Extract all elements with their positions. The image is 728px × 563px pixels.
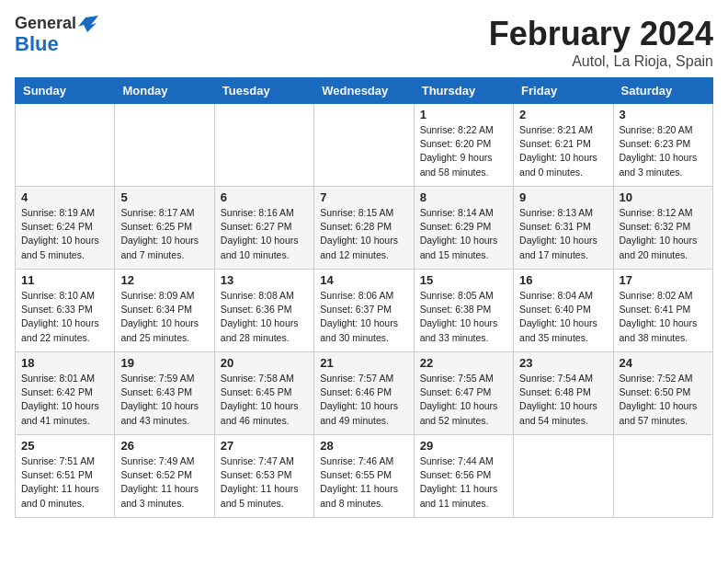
table-row: 11Sunrise: 8:10 AM Sunset: 6:33 PM Dayli… bbox=[16, 270, 115, 352]
table-row bbox=[514, 435, 613, 518]
table-row bbox=[16, 104, 115, 187]
cell-info: Sunrise: 8:22 AM Sunset: 6:20 PM Dayligh… bbox=[420, 123, 507, 179]
table-row: 21Sunrise: 7:57 AM Sunset: 6:46 PM Dayli… bbox=[314, 352, 414, 435]
cell-info: Sunrise: 8:01 AM Sunset: 6:42 PM Dayligh… bbox=[21, 372, 108, 428]
cell-info: Sunrise: 7:52 AM Sunset: 6:50 PM Dayligh… bbox=[620, 372, 707, 428]
table-row: 4Sunrise: 8:19 AM Sunset: 6:24 PM Daylig… bbox=[16, 187, 115, 270]
cell-date: 23 bbox=[519, 356, 607, 370]
cell-info: Sunrise: 8:20 AM Sunset: 6:23 PM Dayligh… bbox=[620, 123, 707, 179]
cell-info: Sunrise: 8:10 AM Sunset: 6:33 PM Dayligh… bbox=[21, 289, 108, 345]
cell-info: Sunrise: 8:06 AM Sunset: 6:37 PM Dayligh… bbox=[320, 289, 407, 345]
cell-info: Sunrise: 8:19 AM Sunset: 6:24 PM Dayligh… bbox=[21, 206, 108, 262]
table-row: 24Sunrise: 7:52 AM Sunset: 6:50 PM Dayli… bbox=[613, 352, 712, 435]
cell-info: Sunrise: 8:12 AM Sunset: 6:32 PM Dayligh… bbox=[620, 206, 707, 262]
cell-date: 2 bbox=[519, 108, 607, 121]
logo-bird-icon bbox=[78, 16, 98, 32]
table-row: 22Sunrise: 7:55 AM Sunset: 6:47 PM Dayli… bbox=[414, 352, 513, 435]
table-row: 12Sunrise: 8:09 AM Sunset: 6:34 PM Dayli… bbox=[115, 270, 214, 352]
header-saturday: Saturday bbox=[613, 78, 712, 104]
cell-info: Sunrise: 7:54 AM Sunset: 6:48 PM Dayligh… bbox=[519, 372, 607, 428]
table-row: 5Sunrise: 8:17 AM Sunset: 6:25 PM Daylig… bbox=[115, 187, 214, 270]
cell-date: 27 bbox=[221, 439, 308, 453]
table-row: 17Sunrise: 8:02 AM Sunset: 6:41 PM Dayli… bbox=[613, 270, 712, 352]
cell-date: 17 bbox=[620, 273, 707, 287]
calendar-subtitle: Autol, La Rioja, Spain bbox=[489, 53, 713, 70]
cell-date: 6 bbox=[221, 190, 308, 204]
calendar-title: February 2024 bbox=[489, 15, 713, 53]
table-row: 9Sunrise: 8:13 AM Sunset: 6:31 PM Daylig… bbox=[514, 187, 613, 270]
table-row bbox=[613, 435, 712, 518]
cell-info: Sunrise: 8:21 AM Sunset: 6:21 PM Dayligh… bbox=[519, 123, 607, 179]
header-friday: Friday bbox=[514, 78, 613, 104]
header-monday: Monday bbox=[115, 78, 214, 104]
table-row: 7Sunrise: 8:15 AM Sunset: 6:28 PM Daylig… bbox=[314, 187, 414, 270]
cell-date: 28 bbox=[320, 439, 407, 453]
cell-info: Sunrise: 8:09 AM Sunset: 6:34 PM Dayligh… bbox=[120, 289, 208, 345]
cell-date: 12 bbox=[120, 273, 208, 287]
cell-info: Sunrise: 8:05 AM Sunset: 6:38 PM Dayligh… bbox=[420, 289, 507, 345]
cell-date: 9 bbox=[519, 190, 607, 204]
title-block: February 2024 Autol, La Rioja, Spain bbox=[489, 15, 713, 70]
table-row: 1Sunrise: 8:22 AM Sunset: 6:20 PM Daylig… bbox=[414, 104, 513, 187]
cell-info: Sunrise: 8:04 AM Sunset: 6:40 PM Dayligh… bbox=[519, 289, 607, 345]
header-tuesday: Tuesday bbox=[214, 78, 313, 104]
cell-info: Sunrise: 7:58 AM Sunset: 6:45 PM Dayligh… bbox=[221, 372, 308, 428]
cell-info: Sunrise: 7:49 AM Sunset: 6:52 PM Dayligh… bbox=[120, 454, 208, 511]
calendar-header-row: Sunday Monday Tuesday Wednesday Thursday… bbox=[16, 78, 713, 104]
logo-blue-text: Blue bbox=[15, 33, 59, 55]
cell-date: 29 bbox=[420, 439, 507, 453]
table-row: 19Sunrise: 7:59 AM Sunset: 6:43 PM Dayli… bbox=[115, 352, 214, 435]
cell-info: Sunrise: 7:46 AM Sunset: 6:55 PM Dayligh… bbox=[320, 454, 407, 511]
cell-date: 3 bbox=[620, 108, 707, 121]
cell-info: Sunrise: 8:16 AM Sunset: 6:27 PM Dayligh… bbox=[221, 206, 308, 262]
table-row: 6Sunrise: 8:16 AM Sunset: 6:27 PM Daylig… bbox=[214, 187, 313, 270]
cell-date: 26 bbox=[120, 439, 208, 453]
logo: General Blue bbox=[15, 15, 98, 55]
calendar-week-row: 1Sunrise: 8:22 AM Sunset: 6:20 PM Daylig… bbox=[16, 104, 713, 187]
table-row: 23Sunrise: 7:54 AM Sunset: 6:48 PM Dayli… bbox=[514, 352, 613, 435]
cell-date: 22 bbox=[420, 356, 507, 370]
table-row: 10Sunrise: 8:12 AM Sunset: 6:32 PM Dayli… bbox=[613, 187, 712, 270]
calendar-week-row: 25Sunrise: 7:51 AM Sunset: 6:51 PM Dayli… bbox=[16, 435, 713, 518]
cell-info: Sunrise: 7:55 AM Sunset: 6:47 PM Dayligh… bbox=[420, 372, 507, 428]
cell-info: Sunrise: 8:14 AM Sunset: 6:29 PM Dayligh… bbox=[420, 206, 507, 262]
table-row: 20Sunrise: 7:58 AM Sunset: 6:45 PM Dayli… bbox=[214, 352, 313, 435]
table-row: 27Sunrise: 7:47 AM Sunset: 6:53 PM Dayli… bbox=[214, 435, 313, 518]
table-row: 18Sunrise: 8:01 AM Sunset: 6:42 PM Dayli… bbox=[16, 352, 115, 435]
logo-general-text: General bbox=[15, 15, 76, 33]
cell-date: 15 bbox=[420, 273, 507, 287]
cell-info: Sunrise: 8:15 AM Sunset: 6:28 PM Dayligh… bbox=[320, 206, 407, 262]
cell-date: 7 bbox=[320, 190, 407, 204]
table-row: 16Sunrise: 8:04 AM Sunset: 6:40 PM Dayli… bbox=[514, 270, 613, 352]
cell-date: 10 bbox=[620, 190, 707, 204]
cell-info: Sunrise: 7:47 AM Sunset: 6:53 PM Dayligh… bbox=[221, 454, 308, 511]
cell-date: 18 bbox=[21, 356, 108, 370]
table-row: 25Sunrise: 7:51 AM Sunset: 6:51 PM Dayli… bbox=[16, 435, 115, 518]
calendar-week-row: 18Sunrise: 8:01 AM Sunset: 6:42 PM Dayli… bbox=[16, 352, 713, 435]
header-thursday: Thursday bbox=[414, 78, 513, 104]
calendar-table: Sunday Monday Tuesday Wednesday Thursday… bbox=[15, 77, 713, 518]
cell-date: 1 bbox=[420, 108, 507, 121]
cell-info: Sunrise: 7:44 AM Sunset: 6:56 PM Dayligh… bbox=[420, 454, 507, 511]
cell-info: Sunrise: 8:13 AM Sunset: 6:31 PM Dayligh… bbox=[519, 206, 607, 262]
cell-date: 19 bbox=[120, 356, 208, 370]
cell-date: 20 bbox=[221, 356, 308, 370]
cell-date: 8 bbox=[420, 190, 507, 204]
page-header: General Blue February 2024 Autol, La Rio… bbox=[15, 15, 713, 70]
table-row: 26Sunrise: 7:49 AM Sunset: 6:52 PM Dayli… bbox=[115, 435, 214, 518]
svg-marker-0 bbox=[78, 16, 98, 32]
cell-date: 21 bbox=[320, 356, 407, 370]
cell-date: 4 bbox=[21, 190, 108, 204]
cell-date: 13 bbox=[221, 273, 308, 287]
cell-date: 24 bbox=[620, 356, 707, 370]
table-row: 28Sunrise: 7:46 AM Sunset: 6:55 PM Dayli… bbox=[314, 435, 414, 518]
table-row bbox=[214, 104, 313, 187]
table-row: 2Sunrise: 8:21 AM Sunset: 6:21 PM Daylig… bbox=[514, 104, 613, 187]
cell-date: 25 bbox=[21, 439, 108, 453]
calendar-week-row: 11Sunrise: 8:10 AM Sunset: 6:33 PM Dayli… bbox=[16, 270, 713, 352]
cell-info: Sunrise: 7:59 AM Sunset: 6:43 PM Dayligh… bbox=[120, 372, 208, 428]
cell-date: 11 bbox=[21, 273, 108, 287]
table-row: 15Sunrise: 8:05 AM Sunset: 6:38 PM Dayli… bbox=[414, 270, 513, 352]
cell-info: Sunrise: 8:08 AM Sunset: 6:36 PM Dayligh… bbox=[221, 289, 308, 345]
table-row: 29Sunrise: 7:44 AM Sunset: 6:56 PM Dayli… bbox=[414, 435, 513, 518]
